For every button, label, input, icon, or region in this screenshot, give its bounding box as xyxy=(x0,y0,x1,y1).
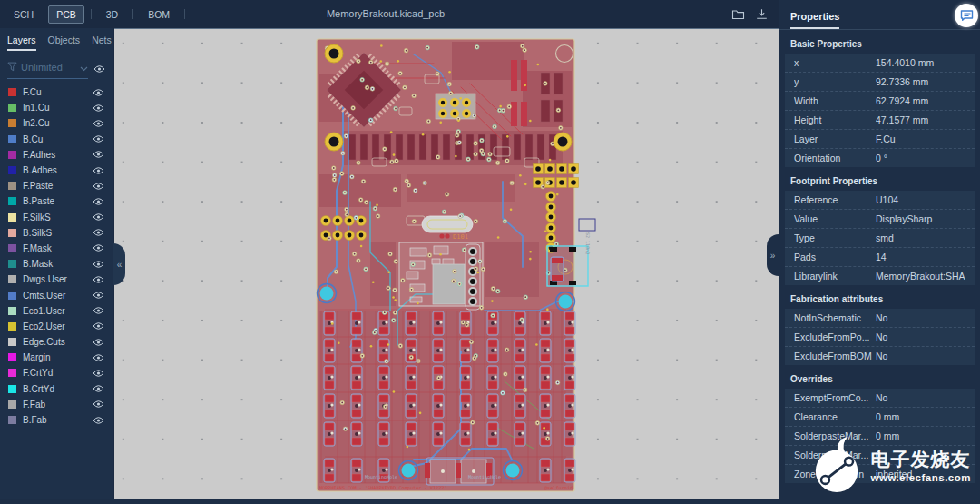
property-label: Width xyxy=(794,95,876,106)
section-title: Overrides xyxy=(779,365,980,389)
chevron-down-icon[interactable] xyxy=(80,59,88,75)
visibility-eye-icon[interactable] xyxy=(93,306,104,315)
layer-row-B.Fab[interactable]: B.Fab xyxy=(0,412,113,428)
visibility-eye-icon[interactable] xyxy=(93,197,104,206)
layer-color-swatch xyxy=(8,353,16,361)
layer-row-F.Adhes[interactable]: F.Adhes xyxy=(0,147,113,163)
visibility-eye-icon[interactable] xyxy=(93,104,104,113)
layer-row-F.Fab[interactable]: F.Fab xyxy=(0,397,113,412)
layer-filter-input[interactable] xyxy=(21,62,76,73)
layer-row-Margin[interactable]: Margin xyxy=(0,350,113,365)
layer-name: In2.Cu xyxy=(23,118,93,128)
properties-sections: Basic Propertiesx154.4010 mmy92.7336 mmW… xyxy=(779,30,980,483)
visibility-eye-icon[interactable] xyxy=(93,275,104,284)
layer-row-Dwgs.User[interactable]: Dwgs.User xyxy=(0,272,113,287)
property-label: Type xyxy=(794,232,876,243)
layer-row-F.Paste[interactable]: F.Paste xyxy=(0,178,113,193)
property-row-notinschematic: NotInSchematicNo xyxy=(785,309,975,328)
feedback-bubble-icon[interactable] xyxy=(955,4,978,27)
visibility-eye-icon[interactable] xyxy=(93,182,104,191)
layer-name: B.Cu xyxy=(23,134,93,144)
layer-row-Eco2.User[interactable]: Eco2.User xyxy=(0,319,113,334)
property-label: Value xyxy=(794,213,876,224)
layer-color-swatch xyxy=(8,275,16,283)
property-row-height: Height47.1577 mm xyxy=(785,111,975,130)
layer-color-swatch xyxy=(8,104,16,112)
property-label: NotInSchematic xyxy=(794,312,876,323)
board-silkscreen-text: MountingHole xyxy=(468,474,501,480)
visibility-eye-icon[interactable] xyxy=(93,291,104,300)
sidebar-tab-layers[interactable]: Layers xyxy=(7,35,36,51)
layer-color-swatch xyxy=(8,166,16,174)
folder-icon[interactable] xyxy=(731,8,745,20)
visibility-eye-icon[interactable] xyxy=(93,400,104,409)
property-value: DisplaySharp xyxy=(876,213,965,224)
filter-visibility-eye-icon[interactable] xyxy=(93,61,105,77)
visibility-eye-icon[interactable] xyxy=(93,321,104,331)
section-rows: ReferenceU104ValueDisplaySharpTypesmdPad… xyxy=(785,191,975,285)
visibility-eye-icon[interactable] xyxy=(93,212,104,222)
layer-color-swatch xyxy=(8,151,16,159)
collapse-left-panel-handle[interactable]: « xyxy=(113,243,125,285)
layer-row-In2.Cu[interactable]: In2.Cu xyxy=(0,115,113,131)
layer-name: Edge.Cuts xyxy=(23,337,93,347)
property-value: F.Cu xyxy=(876,133,965,144)
property-row-y: y92.7336 mm xyxy=(785,73,975,92)
layer-row-F.Mask[interactable]: F.Mask xyxy=(0,241,113,256)
visibility-eye-icon[interactable] xyxy=(93,150,104,159)
visibility-eye-icon[interactable] xyxy=(93,166,104,175)
collapse-right-panel-handle[interactable]: » xyxy=(767,234,779,276)
layer-row-F.Cu[interactable]: F.Cu xyxy=(0,84,113,100)
layer-row-Eco1.User[interactable]: Eco1.User xyxy=(0,303,113,319)
visibility-eye-icon[interactable] xyxy=(93,338,104,347)
tab-bom[interactable]: BOM xyxy=(140,5,178,24)
layer-filter[interactable] xyxy=(7,59,88,79)
visibility-eye-icon[interactable] xyxy=(93,134,104,143)
download-icon[interactable] xyxy=(756,8,768,20)
tab-sch[interactable]: SCH xyxy=(5,5,42,24)
layer-list: F.CuIn1.CuIn2.CuB.CuF.AdhesB.AdhesF.Past… xyxy=(0,84,113,428)
layer-row-Edge.Cuts[interactable]: Edge.Cuts xyxy=(0,334,113,350)
layer-row-Cmts.User[interactable]: Cmts.User xyxy=(0,287,113,302)
property-row-layer: LayerF.Cu xyxy=(785,130,975,149)
visibility-eye-icon[interactable] xyxy=(93,369,104,378)
layer-row-B.Paste[interactable]: B.Paste xyxy=(0,193,113,209)
layer-name: Eco2.User xyxy=(23,321,93,331)
visibility-eye-icon[interactable] xyxy=(93,119,104,128)
visibility-eye-icon[interactable] xyxy=(93,384,104,393)
layer-name: Eco1.User xyxy=(23,306,93,316)
visibility-eye-icon[interactable] xyxy=(93,416,104,425)
selected-footprint-u104[interactable] xyxy=(547,246,588,286)
filter-funnel-icon xyxy=(7,59,17,75)
property-value: No xyxy=(876,351,965,361)
property-label: y xyxy=(794,76,876,87)
visibility-eye-icon[interactable] xyxy=(93,228,104,237)
layer-row-F.CrtYd[interactable]: F.CrtYd xyxy=(0,365,113,380)
layer-row-B.Cu[interactable]: B.Cu xyxy=(0,132,113,147)
left-sidebar: LayersObjectsNets F.CuIn1.CuIn2.CuB.CuF.… xyxy=(0,28,113,499)
layer-row-In1.Cu[interactable]: In1.Cu xyxy=(0,100,113,115)
visibility-eye-icon[interactable] xyxy=(93,260,104,269)
property-label: Librarylink xyxy=(794,271,876,282)
layer-row-B.CrtYd[interactable]: B.CrtYd xyxy=(0,381,113,397)
visibility-eye-icon[interactable] xyxy=(93,88,104,97)
property-row-pads: Pads14 xyxy=(785,248,975,267)
sidebar-tab-objects[interactable]: Objects xyxy=(48,35,81,51)
visibility-eye-icon[interactable] xyxy=(93,353,104,362)
layer-row-B.Mask[interactable]: B.Mask xyxy=(0,256,113,272)
properties-panel: Properties Basic Propertiesx154.4010 mmy… xyxy=(779,0,980,504)
property-row-clearance: Clearance0 mm xyxy=(785,408,975,427)
pcb-board-svg[interactable]: D101MORPHEANS.COM - 'SHARPKEYBD Computer… xyxy=(316,38,575,492)
pcb-canvas[interactable]: D101MORPHEANS.COM - 'SHARPKEYBD Computer… xyxy=(114,28,779,499)
layer-row-B.Adhes[interactable]: B.Adhes xyxy=(0,163,113,178)
layer-color-swatch xyxy=(8,369,16,377)
visibility-eye-icon[interactable] xyxy=(93,243,104,252)
layer-row-B.SilkS[interactable]: B.SilkS xyxy=(0,225,113,241)
layer-color-swatch xyxy=(8,197,16,205)
layer-name: B.SilkS xyxy=(23,228,93,238)
tab-pcb[interactable]: PCB xyxy=(48,5,84,24)
tab-3d[interactable]: 3D xyxy=(98,5,126,24)
sidebar-tab-nets[interactable]: Nets xyxy=(92,35,112,51)
layer-name: F.Cu xyxy=(23,87,93,97)
layer-row-F.SilkS[interactable]: F.SilkS xyxy=(0,210,113,225)
